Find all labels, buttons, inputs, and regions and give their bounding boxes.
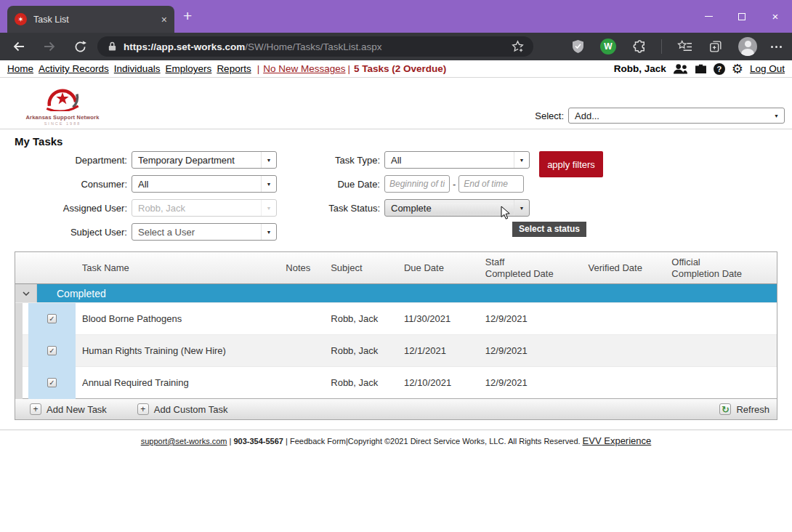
add-custom-task-label: Add Custom Task xyxy=(154,404,228,415)
add-favorite-button[interactable] xyxy=(509,38,526,55)
avatar-head xyxy=(745,41,751,47)
avatar-body xyxy=(741,49,754,56)
gear-icon[interactable]: ⚙ xyxy=(732,63,743,76)
nav-link-individuals[interactable]: Individuals xyxy=(114,63,161,74)
forward-button[interactable] xyxy=(41,38,58,55)
web-page: Home Activity Records Individuals Employ… xyxy=(0,60,792,532)
support-email-link[interactable]: support@set-works.com xyxy=(141,437,227,446)
apply-filters-button[interactable]: apply filters xyxy=(539,151,603,177)
url-text[interactable]: https://app.set-works.com/SW/Home/Tasks/… xyxy=(124,41,509,52)
column-due-date[interactable]: Due Date xyxy=(404,262,485,273)
column-staff-completed-date[interactable]: StaffCompleted Date xyxy=(485,257,589,280)
add-new-task-button[interactable]: + Add New Task xyxy=(30,403,107,415)
tracking-shield-button[interactable] xyxy=(569,38,586,55)
column-task-name[interactable]: Task Name xyxy=(82,262,286,273)
window-minimize-button[interactable] xyxy=(692,0,725,33)
navbar-user-area: Robb, Jack ? ⚙ Log Out xyxy=(614,63,785,76)
star-list-icon xyxy=(677,40,692,54)
nav-link-messages[interactable]: No New Messages xyxy=(263,63,345,74)
column-notes[interactable]: Notes xyxy=(286,262,331,273)
tasks-overdue-alert[interactable]: 5 Tasks (2 Overdue) xyxy=(354,63,446,74)
refresh-icon: ↻ xyxy=(722,405,730,414)
filter-task-status: Task Status: Complete ▼ xyxy=(240,199,530,217)
refresh-button[interactable]: ↻ Refresh xyxy=(719,403,769,415)
forward-arrow-icon xyxy=(42,39,57,54)
nav-link-activity-records[interactable]: Activity Records xyxy=(39,63,109,74)
cell-task-name[interactable]: Human Rights Training (New Hire) xyxy=(82,345,286,356)
table-row[interactable]: ✓ Blood Borne Pathogens Robb, Jack 11/30… xyxy=(15,302,777,334)
subject-user-select[interactable]: Select a User ▼ xyxy=(132,223,277,241)
window-maximize-button[interactable] xyxy=(725,0,759,33)
add-new-task-label: Add New Task xyxy=(47,404,107,415)
users-icon[interactable] xyxy=(673,64,688,74)
nav-separator: | xyxy=(347,63,350,74)
subject-user-value: Select a User xyxy=(132,227,261,238)
org-logo: Arkansas Support Network SINCE 1988 xyxy=(17,84,108,126)
evv-experience-link[interactable]: EVV Experience xyxy=(583,435,652,446)
address-bar[interactable]: https://app.set-works.com/SW/Home/Tasks/… xyxy=(97,36,533,57)
page-header: Arkansas Support Network SINCE 1988 Sele… xyxy=(0,78,792,129)
column-verified-date[interactable]: Verified Date xyxy=(588,262,671,273)
table-row[interactable]: ✓ Annual Required Training Robb, Jack 12… xyxy=(15,366,777,398)
feedback-form-link[interactable]: Feedback Form xyxy=(290,437,346,446)
filter-consumer: Consumer: All ▼ xyxy=(15,175,277,193)
due-date-end-input[interactable] xyxy=(458,175,524,193)
due-date-start-input[interactable] xyxy=(384,175,450,193)
row-checkbox[interactable]: ✓ xyxy=(47,314,57,323)
back-button[interactable] xyxy=(10,38,28,55)
browser-menu-button[interactable] xyxy=(771,46,782,48)
help-icon[interactable]: ? xyxy=(714,63,725,75)
tab-close-icon[interactable]: × xyxy=(161,15,167,25)
profile-avatar[interactable] xyxy=(738,37,757,56)
filter-subject-user: Subject User: Select a User ▼ xyxy=(15,223,277,241)
cell-subject: Robb, Jack xyxy=(331,377,404,388)
logout-link[interactable]: Log Out xyxy=(750,63,785,74)
nav-link-home[interactable]: Home xyxy=(7,63,33,74)
task-type-value: All xyxy=(385,155,514,166)
site-favicon-icon: ✶ xyxy=(15,13,27,25)
refresh-label: Refresh xyxy=(736,404,769,415)
footer-divider xyxy=(0,430,792,430)
collections-button[interactable] xyxy=(707,38,724,55)
chevron-down-icon: ▼ xyxy=(514,200,529,216)
table-header-row: Task Name Notes Subject Due Date StaffCo… xyxy=(15,252,777,284)
reload-button[interactable] xyxy=(71,38,89,55)
copyright-text: Copyright ©2021 Direct Service Works, LL… xyxy=(348,437,583,446)
row-checkbox[interactable]: ✓ xyxy=(47,346,57,355)
cell-due-date: 11/30/2021 xyxy=(404,313,485,324)
favorites-button[interactable] xyxy=(676,38,693,55)
column-official-line1: Official xyxy=(671,257,700,267)
url-path: /SW/Home/Tasks/TaskList.aspx xyxy=(245,41,381,52)
window-close-button[interactable]: × xyxy=(759,0,792,33)
mouse-cursor xyxy=(501,206,511,220)
cell-staff-completed-date: 12/9/2021 xyxy=(485,345,589,357)
browser-tab[interactable]: ✶ Task List × xyxy=(7,6,174,33)
nav-link-reports[interactable]: Reports xyxy=(217,63,251,74)
new-tab-button[interactable]: + xyxy=(183,7,192,25)
task-type-select[interactable]: All ▼ xyxy=(384,151,530,169)
task-status-label: Task Status: xyxy=(240,203,380,214)
site-navbar: Home Activity Records Individuals Employ… xyxy=(0,60,792,78)
add-custom-task-button[interactable]: + Add Custom Task xyxy=(137,403,228,415)
webroot-extension-button[interactable]: W xyxy=(600,39,616,55)
subject-user-label: Subject User: xyxy=(15,227,127,238)
nav-link-employers[interactable]: Employers xyxy=(166,63,212,74)
chevron-down-icon: ▼ xyxy=(769,108,784,123)
filter-task-type: Task Type: All ▼ xyxy=(240,151,530,169)
shield-icon xyxy=(571,39,585,54)
current-user-name: Robb, Jack xyxy=(614,63,666,74)
quick-add-select[interactable]: Add... ▼ xyxy=(568,108,785,124)
extensions-button[interactable] xyxy=(630,38,647,55)
task-type-label: Task Type: xyxy=(240,155,380,166)
row-checkbox[interactable]: ✓ xyxy=(47,378,57,387)
cell-task-name[interactable]: Blood Borne Pathogens xyxy=(82,313,286,324)
briefcase-icon[interactable] xyxy=(695,64,707,74)
table-row[interactable]: ✓ Human Rights Training (New Hire) Robb,… xyxy=(15,334,777,366)
column-official-completion-date[interactable]: OfficialCompletion Date xyxy=(671,257,777,280)
filter-department: Department: Temporary Department ▼ xyxy=(15,151,277,169)
cell-staff-completed-date: 12/9/2021 xyxy=(485,313,589,325)
chevron-down-icon: ▼ xyxy=(514,152,529,168)
column-subject[interactable]: Subject xyxy=(331,262,404,273)
group-collapse-button[interactable] xyxy=(15,284,37,302)
cell-task-name[interactable]: Annual Required Training xyxy=(82,377,286,388)
